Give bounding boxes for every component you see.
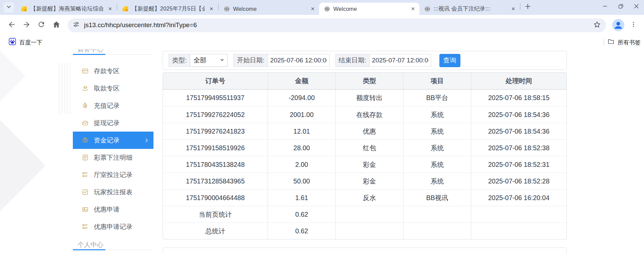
table-cell: 1751790004664488 — [163, 190, 268, 206]
table-cell: 红包 — [335, 140, 403, 156]
home-button[interactable] — [49, 18, 63, 32]
pagination-bar — [163, 248, 567, 253]
table-cell: 2025-07-06 18:52:28 — [471, 173, 566, 189]
new-tab-button[interactable] — [523, 2, 533, 12]
forward-button[interactable] — [20, 18, 33, 32]
reload-button[interactable] — [35, 18, 48, 32]
close-window-button[interactable] — [628, 0, 644, 14]
column-header: 项目 — [403, 73, 471, 89]
coupon-icon — [81, 206, 89, 213]
sidebar-section-personal: 个人中心 — [73, 240, 153, 249]
home-icon — [52, 20, 61, 30]
main-panel: 类型: 全部 开始日期: 结束日期: 查询 订单号金额类型项目处理时间 1751… — [163, 50, 567, 253]
table-cell: 1751799276241823 — [163, 123, 268, 139]
table-row: 1751799495511937-2094.00额度转出BB平台2025-07-… — [163, 90, 566, 106]
table-cell: 2025-07-06 18:58:15 — [471, 90, 566, 106]
tab-close-icon[interactable]: × — [106, 5, 114, 13]
profile-avatar[interactable] — [612, 19, 624, 31]
back-icon — [7, 20, 16, 30]
start-date-input[interactable] — [268, 54, 330, 67]
folder-icon — [607, 38, 615, 47]
sidebar-item-document-list[interactable]: 彩票下注明细 — [73, 149, 153, 166]
browser-tab[interactable]: :::视讯 会员下注纪录:::× — [419, 3, 520, 15]
table-cell: -2094.00 — [268, 90, 335, 106]
tab-close-icon[interactable]: × — [510, 5, 517, 13]
chevron-right-icon — [144, 137, 149, 143]
bookmark-item-baidu[interactable]: 百度一下 — [6, 37, 45, 48]
banknotes-icon — [81, 137, 89, 144]
browser-tab[interactable]: 【新提醒】2025年7月5日【金× — [118, 3, 218, 15]
section-underline — [73, 249, 153, 250]
sidebar-menu: 存款专区取款专区充值记录提现记录资金记录彩票下注明细厅室投注记录玩家投注报表优惠… — [73, 62, 153, 235]
table-cell: 1751780435138248 — [163, 156, 268, 173]
person-icon — [612, 26, 624, 31]
table-row: 175179915851992628.00红包系统2025-07-06 18:5… — [163, 139, 566, 156]
sidebar-item-coupon[interactable]: 优惠申请 — [73, 201, 153, 218]
site-settings-icon[interactable] — [72, 21, 80, 30]
table-cell — [403, 223, 471, 239]
all-bookmarks-button[interactable]: 所有书签 — [607, 38, 641, 47]
table-cell: BB视讯 — [403, 190, 471, 206]
table-cell: 2025-07-06 18:54:36 — [471, 123, 566, 139]
sidebar-item-withdraw-hand[interactable]: 取款专区 — [73, 80, 153, 97]
table-cell: 反水 — [335, 190, 403, 206]
table-cell: 优惠 — [335, 123, 403, 139]
sidebar-item-label: 存款专区 — [94, 67, 120, 76]
chevron-down-icon — [220, 57, 225, 64]
bookmarks-divider — [604, 39, 604, 46]
table-cell: 2001.00 — [268, 106, 335, 123]
sidebar-section-finance: 财务中心 — [73, 50, 153, 54]
table-cell: 0.62 — [268, 223, 335, 239]
bookmark-star-button[interactable] — [591, 19, 603, 31]
sidebar-item-label: 提现记录 — [94, 119, 120, 128]
minimize-icon — [602, 3, 608, 11]
tab-close-icon[interactable]: × — [208, 5, 215, 13]
sidebar-item-deposit-card[interactable]: 存款专区 — [73, 62, 153, 80]
tab-title: Welcome — [333, 6, 406, 12]
table-row: 17517804351382482.00彩金系统2025-07-06 18:52… — [163, 156, 566, 173]
browser-menu-button[interactable] — [628, 18, 639, 32]
column-header: 订单号 — [163, 73, 268, 89]
table-cell: 系统 — [403, 106, 471, 123]
chart-report-icon — [81, 189, 89, 196]
minimize-button[interactable] — [597, 0, 613, 14]
sidebar-item-grid-list[interactable]: 厅室投注记录 — [73, 166, 153, 183]
close-icon — [633, 3, 640, 11]
document-list-icon — [81, 154, 89, 161]
type-select[interactable]: 全部 — [190, 54, 228, 67]
table-cell: 额度转出 — [335, 90, 403, 106]
query-button[interactable]: 查询 — [439, 54, 460, 67]
grid-list-icon — [81, 171, 89, 179]
back-button[interactable] — [5, 18, 18, 32]
table-cell: 1751799276224052 — [163, 106, 268, 123]
globe-icon — [424, 5, 431, 12]
table-row: 17517992762240522001.00在线存款系统2025-07-06 … — [163, 106, 566, 123]
table-cell: 12.01 — [268, 123, 335, 139]
tab-close-icon[interactable]: × — [309, 5, 316, 13]
tab-close-icon[interactable]: × — [409, 5, 417, 13]
table-header-row: 订单号金额类型项目处理时间 — [163, 73, 566, 90]
tab-search-button[interactable] — [3, 2, 14, 13]
sidebar-item-banknotes[interactable]: 资金记录 — [73, 132, 153, 149]
reload-icon — [37, 20, 45, 30]
table-cell: 系统 — [403, 173, 471, 189]
url-text: js13.cc/hhcp/usercenter.html?iniType=6 — [84, 21, 591, 29]
browser-tab[interactable]: Welcome× — [319, 3, 419, 15]
type-filter-group: 类型: 全部 — [169, 54, 228, 67]
browser-tab[interactable]: 【新提醒】海燕策略论坛综合交× — [16, 3, 117, 15]
filter-bar: 类型: 全部 开始日期: 结束日期: 查询 — [163, 51, 567, 70]
sidebar-item-money-bag[interactable]: 充值记录 — [73, 97, 153, 114]
browser-tab[interactable]: Welcome× — [219, 3, 319, 15]
column-header: 金额 — [268, 73, 335, 89]
address-bar[interactable]: js13.cc/hhcp/usercenter.html?iniType=6 — [68, 18, 606, 32]
end-date-input[interactable] — [369, 54, 431, 67]
grid-list-icon — [81, 223, 89, 231]
baidu-paw-icon — [9, 38, 16, 47]
restore-button[interactable] — [613, 0, 628, 14]
table-cell: 系统 — [403, 156, 471, 173]
sidebar-item-chart-report[interactable]: 玩家投注报表 — [73, 183, 153, 201]
section-underline — [73, 54, 153, 55]
funds-record-table: 订单号金额类型项目处理时间 1751799495511937-2094.00额度… — [163, 72, 567, 239]
sidebar-item-grid-list[interactable]: 优惠申请记录 — [73, 218, 153, 235]
sidebar-item-cash-envelope[interactable]: 提现记录 — [73, 114, 153, 132]
